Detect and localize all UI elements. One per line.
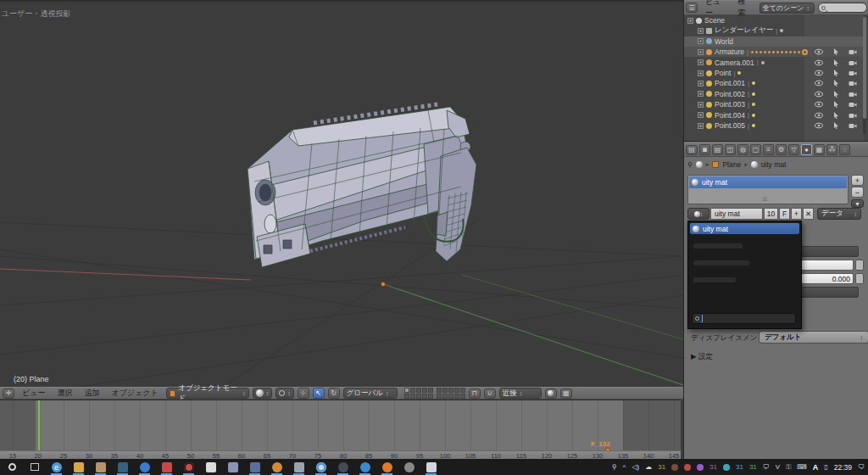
manipulator-rotate-button[interactable]: ↻ (328, 388, 340, 399)
manipulator-translate-button[interactable]: ↖ (313, 388, 325, 399)
layer-toggle[interactable] (416, 388, 421, 393)
show-hidden-icons[interactable]: ^ (623, 463, 626, 471)
cursor-toggle-icon[interactable] (832, 122, 840, 129)
constraints-tab[interactable]: ≡ (763, 144, 774, 155)
object-menu[interactable]: オブジェクト (107, 388, 162, 399)
outliner-row-Point.002[interactable]: +Point.002| (684, 89, 864, 99)
eye-toggle-icon[interactable] (815, 70, 823, 76)
expand-toggle[interactable]: + (698, 49, 704, 55)
expand-toggle[interactable]: + (698, 112, 704, 118)
editor-type-button[interactable]: ☰ (686, 3, 698, 13)
cursor-toggle-icon[interactable] (832, 70, 840, 76)
material-tab[interactable]: ● (801, 144, 812, 155)
tray-app-icon[interactable] (723, 464, 730, 471)
new-material-button[interactable]: + (791, 208, 802, 220)
edge-icon[interactable]: e (51, 461, 62, 472)
render-anim-button[interactable]: ▦ (560, 388, 572, 399)
chat-icon[interactable] (227, 461, 238, 472)
key-icon[interactable]: ⚿ (786, 463, 791, 472)
speaker-icon[interactable]: ◁) (632, 463, 639, 471)
add-menu[interactable]: 追加 (80, 388, 103, 399)
cursor-toggle-icon[interactable] (832, 101, 840, 108)
camera-toggle-icon[interactable] (849, 91, 857, 98)
app-icon[interactable] (381, 461, 392, 472)
cursor-toggle-icon[interactable] (832, 59, 840, 66)
notification-icon[interactable]: 🗨 (858, 463, 865, 471)
add-slot-button[interactable]: + (851, 175, 864, 186)
clock[interactable]: 22:39 (834, 463, 852, 472)
layer-toggle[interactable] (428, 394, 433, 399)
camera-toggle-icon[interactable] (849, 48, 857, 55)
app-icon[interactable] (95, 461, 106, 472)
world-tab[interactable]: ◍ (737, 144, 748, 155)
eye-toggle-icon[interactable] (815, 112, 823, 119)
layer-toggle[interactable] (460, 388, 465, 393)
layer-toggle[interactable] (404, 388, 409, 393)
tray-app-icon[interactable] (697, 464, 704, 471)
app-icon[interactable] (161, 461, 172, 472)
monitor-value[interactable]: 31 (709, 463, 717, 471)
eye-toggle-icon[interactable] (815, 91, 823, 98)
settings-icon[interactable] (403, 461, 415, 472)
tray-app-icon[interactable] (684, 464, 691, 471)
expand-toggle[interactable]: + (698, 59, 704, 65)
snap-mode-dropdown[interactable]: 近接 ↕ (499, 388, 542, 399)
eye-toggle-icon[interactable] (815, 80, 823, 87)
record-icon[interactable] (183, 461, 194, 472)
layer-toggle[interactable] (442, 394, 448, 399)
photos-icon[interactable] (426, 461, 437, 472)
expand-toggle[interactable]: + (698, 81, 704, 87)
layer-toggle[interactable] (422, 394, 427, 399)
scene-tab[interactable]: ◫ (725, 144, 736, 155)
popup-material-item[interactable]: uity mat (690, 223, 799, 234)
expand-toggle[interactable]: + (698, 38, 704, 44)
orientation-dropdown[interactable]: グローバル ↕ (343, 388, 398, 399)
outliner-search-input[interactable] (818, 3, 867, 13)
editor-type-button[interactable]: ✛ (3, 388, 14, 399)
specular-color-field[interactable] (801, 260, 854, 271)
browse-material-button[interactable]: ↕ (687, 208, 709, 220)
monitor-value[interactable]: 31 (736, 463, 743, 471)
app-icon[interactable] (205, 461, 216, 472)
app-icon[interactable] (337, 461, 348, 472)
data-tab[interactable]: ▽ (788, 144, 799, 155)
camera-toggle-icon[interactable] (849, 70, 857, 76)
layers-widget[interactable] (404, 388, 465, 399)
expand-toggle[interactable]: + (698, 91, 704, 97)
3d-viewport[interactable]: ユーザー・透視投影 (20) Plane (0, 0, 683, 387)
remove-slot-button[interactable]: − (851, 187, 864, 198)
layer-toggle[interactable] (448, 394, 453, 399)
layer-toggle[interactable] (410, 388, 415, 393)
outliner-row-Camera.001[interactable]: +Camera.001| (684, 58, 864, 68)
chrome-icon[interactable] (315, 461, 326, 472)
pivot-dropdown[interactable]: ↕ (275, 388, 294, 399)
layer-toggle[interactable] (410, 394, 415, 399)
render-layers-tab[interactable]: ▤ (712, 144, 723, 155)
eye-toggle-icon[interactable] (815, 59, 823, 66)
app-icon[interactable] (249, 461, 260, 472)
select-menu[interactable]: 選択 (53, 388, 76, 399)
layer-toggle[interactable] (437, 388, 442, 393)
monitor-value[interactable]: 31 (658, 463, 665, 471)
value-slider[interactable]: 0.000 (801, 273, 854, 284)
app-icon[interactable] (359, 461, 370, 472)
render-opengl-button[interactable] (545, 388, 557, 399)
breadcrumb-object[interactable]: Plane (722, 160, 741, 169)
data-link-dropdown[interactable]: データ↕ (817, 208, 861, 220)
shader-model-dropdown[interactable] (801, 246, 859, 257)
outliner-row-Point.005[interactable]: +Point.005| (684, 120, 864, 131)
layer-toggle[interactable] (454, 394, 459, 399)
shield-icon[interactable]: V (776, 463, 780, 471)
outliner-editor[interactable]: ☰ ビュー 検索 全てのシーン ↕ +Scene+レンダーレイヤー|+World… (683, 0, 868, 141)
users-count-button[interactable]: 10 (764, 208, 778, 220)
popup-search-input[interactable] (692, 313, 796, 324)
expand-toggle[interactable]: + (698, 28, 704, 34)
camera-toggle-icon[interactable] (849, 112, 857, 119)
settings-panel-header[interactable]: ▶ 設定 (691, 352, 713, 362)
expand-toggle[interactable]: + (698, 70, 704, 76)
expand-toggle[interactable]: + (698, 123, 704, 129)
layer-toggle[interactable] (422, 388, 427, 393)
outliner-row-レンダーレイヤー[interactable]: +レンダーレイヤー| (684, 25, 864, 36)
chat-icon[interactable]: 🗩 (763, 463, 770, 471)
eye-toggle-icon[interactable] (815, 101, 823, 108)
